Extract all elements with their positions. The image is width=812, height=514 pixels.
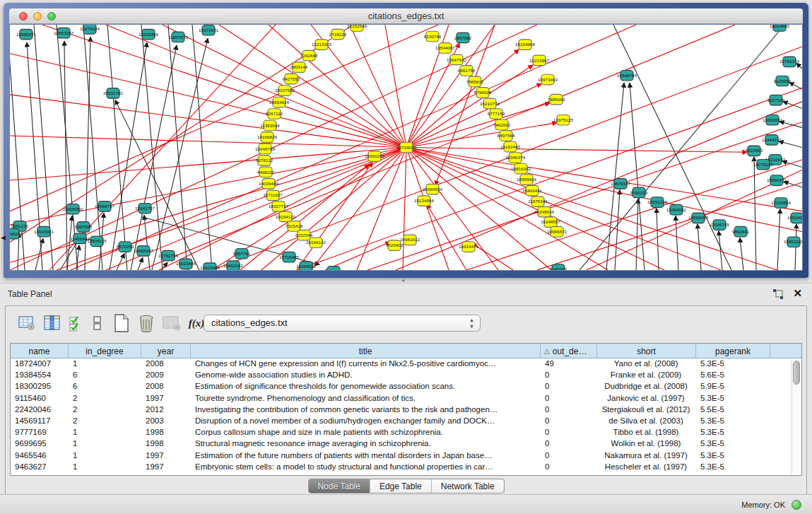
network-node[interactable]: 10973493 [538, 74, 558, 85]
column-header-outde[interactable]: △out_de… [541, 344, 597, 358]
network-node[interactable]: 22046374 [505, 153, 526, 163]
network-edge[interactable] [10, 54, 406, 148]
table-row[interactable]: 1456911722003Disruption of a novel membe… [11, 416, 801, 427]
network-edge[interactable] [311, 148, 406, 271]
network-node[interactable]: 15248557 [541, 217, 561, 228]
table-row[interactable]: 2242004622012Investigating the contribut… [11, 404, 801, 416]
network-canvas[interactable]: 1999537110953287152700241823245911607073… [9, 24, 803, 271]
network-node[interactable]: 19166825 [257, 132, 278, 143]
network-node[interactable]: 14981612 [400, 235, 420, 245]
network-node[interactable]: 18959424 [517, 175, 537, 185]
network-node[interactable]: 8427552 [283, 74, 300, 84]
table-row[interactable]: 946554611997Estimation of the future num… [11, 450, 801, 462]
network-node[interactable]: 16014680 [770, 25, 790, 31]
network-node[interactable]: 8130744 [424, 31, 442, 42]
network-node[interactable]: 15942757 [135, 203, 155, 214]
scrollbar-thumb[interactable] [793, 361, 800, 385]
network-edge[interactable] [403, 148, 406, 271]
network-node[interactable]: 16914479 [459, 242, 479, 252]
checkmarks-icon[interactable] [66, 313, 86, 333]
network-edge[interactable] [138, 258, 143, 270]
delete-table-icon[interactable] [162, 313, 182, 333]
table-row[interactable]: 1872400712008Changes of HCN gene express… [11, 358, 801, 370]
network-node[interactable]: 19995371 [16, 29, 37, 40]
tab-node-table[interactable]: Node Table [308, 479, 370, 493]
network-node[interactable]: 15751074 [779, 57, 800, 67]
float-panel-icon[interactable] [772, 288, 784, 300]
network-edge[interactable] [10, 136, 406, 147]
column-header-name[interactable]: name [11, 344, 69, 358]
network-edge[interactable] [427, 204, 466, 270]
network-node[interactable]: 9227343 [767, 95, 785, 105]
network-node[interactable]: 2687682 [454, 33, 472, 43]
network-edge[interactable] [406, 103, 550, 147]
column-header-short[interactable]: short [597, 344, 696, 358]
table-select-dropdown[interactable]: citations_edges.txt ▲▼ [204, 315, 481, 332]
network-node[interactable]: 10958107 [134, 246, 154, 257]
network-edge[interactable] [657, 209, 659, 270]
trash-icon[interactable] [136, 313, 156, 333]
table-row[interactable]: 911546021997Tourette syndrome. Phenomeno… [11, 393, 801, 404]
network-edge[interactable] [406, 148, 608, 271]
network-node[interactable]: 11353594 [260, 120, 280, 131]
network-edge[interactable] [110, 42, 147, 270]
table-row[interactable]: 1938455462009Genome-wide association stu… [11, 370, 801, 381]
column-header-pagerank[interactable]: pagerank [696, 344, 770, 358]
splitter-handle[interactable]: ▴ [402, 277, 405, 283]
column-header-indegree[interactable]: in_degree [69, 344, 141, 358]
network-edge[interactable] [152, 38, 208, 270]
show-column-icon[interactable] [42, 313, 62, 333]
network-node[interactable]: 6794028 [474, 88, 492, 98]
network-node[interactable]: 9397588 [75, 222, 93, 233]
network-node[interactable]: 7462662 [493, 119, 511, 130]
network-edge[interactable] [64, 41, 67, 270]
network-node[interactable]: 8215953 [746, 146, 763, 156]
window-titlebar[interactable]: citations_edges.txt [9, 8, 803, 24]
network-edge[interactable] [297, 163, 372, 270]
network-node[interactable]: 11026749 [710, 220, 729, 230]
network-edge[interactable] [10, 95, 406, 148]
network-node[interactable]: 16162445 [500, 141, 521, 152]
column-header-title[interactable]: title [191, 344, 541, 358]
table-row[interactable]: 977716911998Corpus callosum shape and si… [11, 427, 801, 438]
network-node[interactable]: 13915081 [34, 226, 54, 237]
network-node[interactable]: 7485063 [548, 94, 565, 105]
network-graph[interactable]: 1999537110953287152700241823245911607073… [10, 25, 802, 270]
new-document-icon[interactable] [112, 313, 131, 333]
tab-edge-table[interactable]: Edge Table [370, 479, 432, 493]
network-node[interactable]: 13544087 [435, 43, 456, 54]
network-node[interactable]: 10391210 [647, 197, 668, 208]
table-row[interactable]: 969969511998Structural magnetic resonanc… [11, 438, 801, 450]
network-node[interactable]: 16679197 [611, 179, 631, 189]
network-edge[interactable] [777, 209, 780, 270]
network-node[interactable]: 15716485 [279, 252, 300, 262]
network-edge[interactable] [10, 148, 406, 181]
network-node[interactable]: 16154808 [515, 40, 536, 50]
network-edge[interactable] [42, 25, 406, 148]
network-edge[interactable] [406, 148, 747, 153]
network-node[interactable]: 16210772 [480, 98, 500, 109]
network-edge[interactable] [141, 25, 735, 270]
network-edge[interactable] [117, 254, 124, 270]
network-edge[interactable] [613, 25, 731, 270]
network-node[interactable]: 2718126 [329, 29, 347, 40]
network-node[interactable]: 20531702 [103, 88, 124, 99]
network-node[interactable]: 5678312 [256, 156, 273, 166]
network-node[interactable]: 15851029 [784, 237, 802, 247]
network-node[interactable]: 9862941 [732, 226, 750, 237]
column-header-year[interactable]: year [141, 344, 191, 358]
network-node[interactable]: 10924052 [787, 213, 802, 223]
table-row[interactable]: 946362711997Embryonic stem cells: a mode… [11, 462, 801, 473]
network-node[interactable]: 9777169 [488, 109, 505, 119]
network-node[interactable]: 9129966 [774, 76, 792, 86]
network-node[interactable]: 13505115 [87, 236, 107, 247]
network-node[interactable]: 15647542 [447, 54, 467, 65]
network-node[interactable]: 12923485 [200, 263, 220, 270]
network-edge[interactable] [754, 157, 756, 270]
network-node[interactable]: 16248934 [534, 206, 555, 217]
network-node[interactable]: 12444131 [762, 135, 782, 146]
table-row[interactable]: 1830029562008Estimation of significance … [11, 381, 801, 392]
network-node[interactable]: 9790219 [630, 187, 648, 198]
network-node[interactable]: 15134564 [414, 196, 435, 206]
network-edge[interactable] [406, 123, 557, 148]
